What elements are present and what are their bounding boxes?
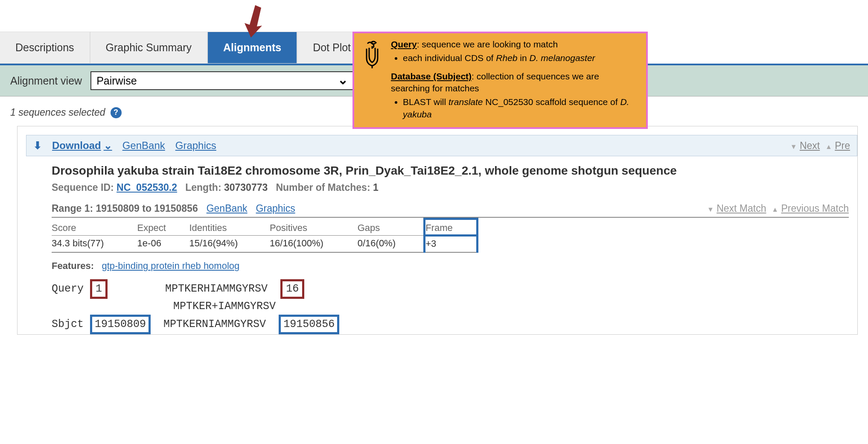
- download-icon: ⬇: [33, 140, 42, 152]
- sbjct-end-box: 19150856: [279, 315, 339, 334]
- genbank-link[interactable]: GenBank: [122, 140, 165, 152]
- help-icon[interactable]: ?: [111, 107, 122, 118]
- range-graphics-link[interactable]: Graphics: [256, 203, 295, 214]
- sequence-meta: Sequence ID: NC_052530.2 Length: 3073077…: [52, 182, 849, 193]
- query-start-box: 1: [90, 279, 108, 299]
- features-link[interactable]: gtp-binding protein rheb homolog: [102, 260, 239, 271]
- sequence-id-link[interactable]: NC_052530.2: [117, 182, 177, 193]
- panel-nav: ▼ Next ▲ Pre: [790, 140, 850, 152]
- stats-frame-header: Frame: [425, 219, 478, 236]
- stats-expect-header: Expect: [137, 219, 189, 236]
- triangle-down-icon: ▼: [790, 143, 797, 150]
- triangle-up-icon: ▲: [825, 143, 832, 150]
- stats-identities-header: Identities: [189, 219, 270, 236]
- info-callout: Query: sequence we are looking to match …: [352, 32, 648, 129]
- range-row: Range 1: 19150809 to 19150856 GenBank Gr…: [52, 203, 849, 218]
- sbjct-start-box: 19150809: [90, 315, 151, 334]
- callout-query-label: Query: [391, 39, 417, 49]
- next-match-link[interactable]: Next Match: [717, 203, 766, 214]
- stats-frame-value: +3: [425, 236, 478, 253]
- range-genbank-link[interactable]: GenBank: [207, 203, 248, 214]
- sequence-title: Drosophila yakuba strain Tai18E2 chromos…: [52, 164, 849, 178]
- triangle-up-icon: ▲: [772, 206, 778, 213]
- reminder-icon: [359, 38, 385, 120]
- features-row: Features: gtp-binding protein rheb homol…: [52, 260, 849, 272]
- tab-descriptions[interactable]: Descriptions: [0, 32, 90, 64]
- stats-positives-value: 16/16(100%): [270, 236, 358, 253]
- stats-table: Score Expect Identities Positives Gaps F…: [52, 218, 478, 253]
- stats-gaps-value: 0/16(0%): [358, 236, 425, 253]
- stats-gaps-header: Gaps: [358, 219, 425, 236]
- sequence-matches: 1: [373, 182, 379, 193]
- sequences-selected-text: 1 sequences selected: [10, 107, 105, 118]
- prev-match-link[interactable]: Previous Match: [781, 203, 849, 214]
- stats-positives-header: Positives: [270, 219, 358, 236]
- sequence-length: 30730773: [224, 182, 268, 193]
- next-link[interactable]: Next: [800, 140, 820, 151]
- triangle-down-icon: ▼: [707, 206, 714, 213]
- alignment-block: Query 1 MPTKERHIAMMGYRSV 16 MPTKER+IAMMG…: [52, 279, 849, 334]
- range-label: Range 1: 19150809 to 19150856: [52, 203, 198, 214]
- stats-identities-value: 15/16(94%): [189, 236, 270, 253]
- query-end-box: 16: [280, 279, 304, 299]
- tab-graphic-summary[interactable]: Graphic Summary: [90, 32, 207, 64]
- alignment-view-label: Alignment view: [10, 75, 82, 87]
- previous-link[interactable]: Pre: [835, 140, 850, 151]
- panel-header: ⬇ Download GenBank Graphics ▼ Next ▲ Pre: [26, 135, 857, 156]
- alignment-panel: ⬇ Download GenBank Graphics ▼ Next ▲ Pre…: [17, 126, 858, 335]
- callout-body: Query: sequence we are looking to match …: [391, 38, 638, 120]
- download-link[interactable]: Download: [52, 140, 112, 152]
- graphics-link[interactable]: Graphics: [175, 140, 216, 152]
- alignment-view-select[interactable]: Pairwise: [90, 71, 355, 90]
- arrow-annotation: [239, 5, 269, 41]
- stats-expect-value: 1e-06: [137, 236, 189, 253]
- svg-marker-0: [245, 5, 262, 38]
- stats-score-header: Score: [52, 219, 137, 236]
- callout-db-label: Database (Subject): [391, 71, 472, 81]
- stats-score-value: 34.3 bits(77): [52, 236, 137, 253]
